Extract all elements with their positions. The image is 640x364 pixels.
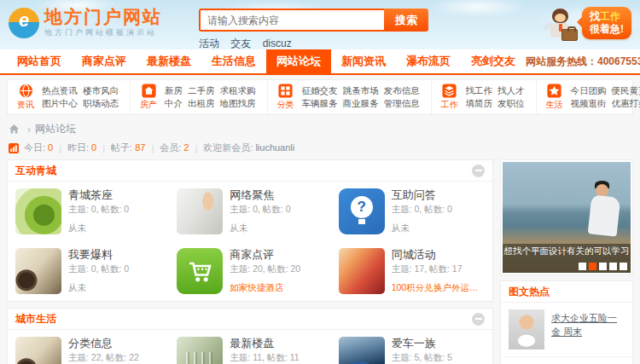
- category-link[interactable]: 征婚交友: [302, 85, 338, 95]
- forum-name[interactable]: 分类信息: [68, 337, 161, 350]
- forum-section-interactive: 互动青城 青城茶座 主题: 0, 帖数: 0 从未: [7, 159, 493, 302]
- category-link[interactable]: 发职位: [497, 98, 525, 108]
- category-link[interactable]: 今日团购: [571, 85, 607, 95]
- category-link[interactable]: 找人才: [497, 85, 525, 95]
- job-ad-badge[interactable]: 找工作 很着急!: [582, 7, 631, 39]
- category-link[interactable]: 找工作: [466, 85, 493, 95]
- forum-thumbnail-keyboard[interactable]: [177, 188, 223, 234]
- cart-icon: [184, 256, 215, 286]
- hot-topic-link[interactable]: 求大企业五险一金 周末: [551, 309, 625, 350]
- sidebar: 想找个平面设计有关的可以学习 图文热点 求大企业五险一金 周末: [500, 159, 633, 364]
- category-label[interactable]: 工作: [438, 99, 462, 111]
- forum-name[interactable]: 爱车一族: [392, 337, 485, 350]
- category-link[interactable]: 优惠打折: [612, 98, 640, 108]
- category-link[interactable]: 图片中心: [42, 98, 78, 108]
- forum-thumbnail-tea[interactable]: [15, 188, 61, 234]
- forum-lastpost-link[interactable]: 如家快捷酒店: [230, 282, 323, 294]
- category-bar: 资讯 热点资讯楼市风向 图片中心职场动态 房产 新房二手房求租求购 中介出租房地…: [7, 79, 633, 115]
- search-hot-links: 活动 交友 discuz: [199, 37, 428, 51]
- nav-item-forum[interactable]: 网站论坛: [266, 49, 331, 73]
- forum-stats: 主题: 17, 帖数: 17: [392, 263, 485, 275]
- nav-item-waterfall[interactable]: 瀑布流页: [396, 49, 461, 73]
- category-label[interactable]: 分类: [274, 99, 298, 111]
- carousel-dot[interactable]: [609, 263, 617, 270]
- search-button[interactable]: 搜索: [384, 9, 428, 32]
- forum-thumbnail-buildings[interactable]: [177, 337, 223, 364]
- nav-item-dating[interactable]: 亮剑交友: [461, 49, 526, 73]
- hot-topic-thumbnail[interactable]: [509, 309, 544, 350]
- category-link[interactable]: 填简历: [466, 98, 493, 108]
- carousel-dot[interactable]: [620, 263, 627, 270]
- category-link[interactable]: 二手房: [188, 85, 215, 95]
- nav-item-home[interactable]: 网站首页: [7, 49, 72, 73]
- main-nav: 网站首页 商家点评 最新楼盘 生活信息 网站论坛 新闻资讯 瀑布流页 亮剑交友 …: [0, 49, 640, 75]
- job-ad: 找工作 很着急!: [543, 7, 631, 46]
- category-group-news: 资讯 热点资讯楼市风向 图片中心职场动态: [8, 80, 131, 114]
- breadcrumb: › 网站论坛: [9, 122, 631, 136]
- category-link[interactable]: 管理信息: [384, 98, 420, 108]
- category-link[interactable]: 视频逛街: [571, 98, 607, 108]
- category-link[interactable]: 车辆服务: [302, 98, 338, 108]
- forum-lastpost: 从未: [68, 282, 161, 294]
- forum-name[interactable]: 我要爆料: [68, 248, 161, 262]
- hot-topic-item: 想找个平面设计有关的,: [501, 357, 632, 364]
- carousel-dot-active[interactable]: [589, 263, 596, 270]
- forum-stats: 主题: 0, 帖数: 0: [68, 204, 161, 216]
- category-link[interactable]: 商业服务: [343, 98, 379, 108]
- site-logo[interactable]: 地方门户网站 地方门户网站模板演示站: [9, 7, 162, 38]
- nav-item-estates[interactable]: 最新楼盘: [137, 49, 201, 73]
- forum-name[interactable]: 商家点评: [230, 248, 323, 262]
- category-label[interactable]: 生活: [543, 99, 567, 111]
- nav-item-reviews[interactable]: 商家点评: [72, 49, 137, 73]
- forum-lastpost-link[interactable]: 100积分兑换户外运动水杯辽宁沈 ...: [392, 282, 485, 294]
- collapse-button[interactable]: [472, 313, 485, 326]
- category-link[interactable]: 中介: [165, 98, 183, 108]
- hot-link[interactable]: discuz: [263, 38, 292, 49]
- site-header: 地方门户网站 地方门户网站模板演示站 搜索 活动 交友 discuz: [0, 0, 640, 49]
- forum-thumbnail-news[interactable]: [15, 337, 61, 364]
- forum-thumbnail-party[interactable]: [339, 248, 385, 294]
- carousel-caption[interactable]: 想找个平面设计有关的可以学习: [503, 244, 631, 258]
- category-link[interactable]: 便民黄页: [612, 85, 640, 95]
- hot-link[interactable]: 活动: [199, 38, 219, 49]
- forum-column: 互动青城 青城茶座 主题: 0, 帖数: 0 从未: [7, 159, 493, 364]
- home-icon[interactable]: [9, 124, 20, 135]
- forum-stats: 主题: 0, 帖数: 0: [230, 204, 323, 216]
- category-link[interactable]: 楼市风向: [83, 85, 119, 95]
- carousel-dot[interactable]: [579, 263, 586, 270]
- forum-item: 青城茶座 主题: 0, 帖数: 0 从未: [8, 182, 169, 241]
- category-label[interactable]: 房产: [137, 99, 160, 111]
- nav-item-news[interactable]: 新闻资讯: [331, 49, 396, 73]
- new-member-link[interactable]: liuchuanli: [255, 142, 294, 153]
- category-link[interactable]: 地图找房: [220, 98, 256, 108]
- forum-thumbnail-news[interactable]: [15, 248, 61, 294]
- category-link[interactable]: 热点资讯: [42, 85, 78, 95]
- category-link[interactable]: 求租求购: [220, 85, 256, 95]
- category-group-classified: 分类 征婚交友跳蚤市场发布信息 车辆服务商业服务管理信息: [268, 80, 432, 114]
- category-link[interactable]: 新房: [165, 85, 183, 95]
- forum-name[interactable]: 青城茶座: [68, 188, 161, 202]
- forum-thumbnail-bulb[interactable]: [339, 188, 385, 234]
- forum-name[interactable]: 同城活动: [392, 248, 485, 262]
- hot-topics-title: 图文热点: [509, 285, 550, 299]
- category-link[interactable]: 职场动态: [83, 98, 119, 108]
- category-link[interactable]: 跳蚤市场: [343, 85, 379, 95]
- forum-name[interactable]: 网络聚焦: [230, 188, 323, 202]
- category-link[interactable]: 出租房: [188, 98, 215, 108]
- forum-name[interactable]: 最新楼盘: [230, 337, 323, 350]
- forum-thumbnail-car[interactable]: [339, 337, 385, 364]
- category-link[interactable]: 发布信息: [384, 85, 420, 95]
- globe-icon: [19, 84, 33, 98]
- nav-item-life-info[interactable]: 生活信息: [201, 49, 266, 73]
- job-mascot-illustration: [543, 7, 579, 46]
- house-icon: [142, 84, 156, 98]
- hot-link[interactable]: 交友: [230, 38, 251, 49]
- category-label[interactable]: 资讯: [14, 99, 38, 111]
- forum-thumbnail-cart[interactable]: [177, 248, 223, 294]
- breadcrumb-current: 网站论坛: [35, 122, 76, 136]
- chart-icon: [9, 143, 19, 153]
- carousel-dot[interactable]: [599, 263, 607, 270]
- search-input[interactable]: [199, 9, 384, 32]
- forum-name[interactable]: 互助问答: [392, 188, 485, 202]
- collapse-button[interactable]: [472, 165, 485, 177]
